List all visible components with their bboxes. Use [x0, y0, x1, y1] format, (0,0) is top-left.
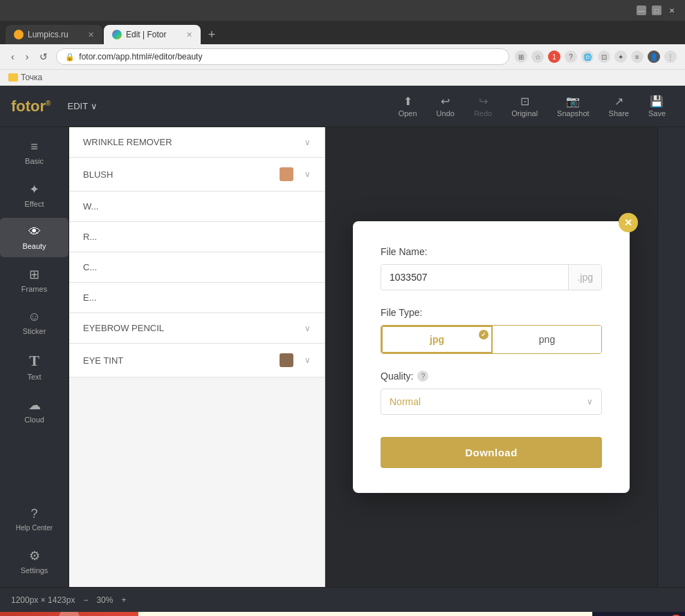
extension-icon-2[interactable]: ?: [565, 50, 577, 63]
file-name-input-row: .jpg: [381, 264, 602, 290]
sidebar-item-help[interactable]: ? Help Center: [0, 500, 68, 539]
toolbar-snapshot-label: Snapshot: [557, 109, 589, 118]
editor-panel: WRINKLE REMOVER ∨ BLUSH ∨ W... R... C...…: [69, 127, 325, 587]
toolbar-share[interactable]: ↗ Share: [601, 91, 637, 122]
tab-favicon-fotor: [112, 30, 122, 39]
edit-chevron-icon: ∨: [91, 101, 98, 111]
tab-close-lumpics[interactable]: ✕: [88, 30, 94, 39]
zoom-minus-icon[interactable]: −: [83, 595, 88, 605]
eyetint-color-swatch: [280, 353, 293, 367]
app-logo: fotor®: [11, 97, 51, 115]
panel-label-r: R...: [83, 232, 97, 242]
user-avatar[interactable]: 👤: [648, 50, 660, 63]
edit-menu[interactable]: EDIT ∨: [67, 101, 98, 111]
sidebar-item-sticker[interactable]: ☺ Sticker: [0, 303, 68, 342]
sidebar-item-cloud[interactable]: ☁ Cloud: [0, 391, 68, 431]
bookmark-folder[interactable]: Точка: [8, 73, 42, 82]
panel-item-w2[interactable]: W...: [69, 192, 325, 222]
ad-image: [0, 612, 138, 616]
sidebar-item-frames[interactable]: ⊞ Frames: [0, 260, 68, 300]
toolbar-original[interactable]: ⊡ Original: [503, 91, 546, 122]
toolbar-save[interactable]: 💾 Save: [640, 91, 674, 122]
url-text: fotor.com/app.html#/editor/beauty: [79, 52, 202, 62]
toolbar-undo-label: Undo: [437, 109, 455, 118]
quality-select[interactable]: Normal ∨: [381, 389, 602, 415]
refresh-button[interactable]: ↺: [37, 50, 51, 64]
toolbar-snapshot[interactable]: 📷 Snapshot: [549, 91, 597, 122]
panel-label-eyetint: EYE TINT: [83, 355, 123, 366]
extension-icon-1[interactable]: 1: [548, 50, 560, 63]
bottom-bar: 1200px × 1423px − 30% +: [0, 587, 685, 612]
menu-icon[interactable]: ⋮: [664, 50, 677, 63]
file-name-label: File Name:: [381, 246, 602, 257]
extension-icon-5[interactable]: ✦: [614, 50, 627, 63]
sidebar-item-settings[interactable]: ⚙ Settings: [0, 541, 68, 581]
quality-label: Quality:: [381, 371, 413, 382]
sidebar-item-effect[interactable]: ✦ Effect: [0, 175, 68, 215]
file-type-label: File Type:: [381, 307, 602, 318]
tab-bar: Lumpics.ru ✕ Edit | Fotor ✕ +: [0, 21, 685, 44]
download-button[interactable]: Download: [381, 437, 602, 468]
panel-item-eyetint[interactable]: EYE TINT ∨: [69, 344, 325, 377]
toolbar-actions: ⬆ Open ↩ Undo ↪ Redo ⊡ Original 📷 Snapsh…: [390, 91, 674, 122]
ad-content: 19 Want to find Instagram filters online…: [0, 612, 685, 616]
tab-favicon-lumpics: [14, 30, 24, 39]
minimize-button[interactable]: —: [637, 6, 646, 15]
modal-close-button[interactable]: ✕: [619, 213, 638, 232]
zoom-level: 30%: [96, 595, 113, 605]
file-name-input[interactable]: [381, 265, 568, 290]
bookmark-label: Точка: [21, 73, 42, 82]
quality-help-icon[interactable]: ?: [417, 371, 428, 382]
zoom-plus-icon[interactable]: +: [121, 595, 126, 605]
back-button[interactable]: ‹: [8, 50, 17, 64]
sidebar-label-help: Help Center: [16, 524, 53, 532]
ad-text-area: 19 Want to find Instagram filters online…: [138, 612, 592, 616]
toolbar-open[interactable]: ⬆ Open: [390, 91, 426, 122]
quality-value: Normal: [390, 396, 421, 407]
edit-label: EDIT: [67, 101, 88, 111]
jpg-check-icon: ✓: [479, 330, 488, 339]
snapshot-icon: 📷: [566, 95, 580, 108]
extension-icon-4[interactable]: ⊡: [598, 50, 610, 63]
toolbar-redo[interactable]: ↪ Redo: [466, 91, 500, 122]
panel-item-r[interactable]: R...: [69, 222, 325, 252]
file-type-png-label: png: [539, 334, 555, 345]
panel-item-blush[interactable]: BLUSH ∨: [69, 158, 325, 192]
share-icon: ↗: [614, 95, 623, 108]
panel-item-wrinkle[interactable]: WRINKLE REMOVER ∨: [69, 127, 325, 158]
modal-backdrop: ✕ File Name: .jpg File Type:: [325, 127, 657, 587]
browser-icons: ⊞ ☆ 1 ? 🌐 ⊡ ✦ ≡ 👤 ⋮: [515, 50, 677, 63]
new-tab-button[interactable]: +: [202, 25, 221, 44]
open-icon: ⬆: [403, 95, 412, 108]
sticker-icon: ☺: [28, 310, 40, 324]
extension-icon-3[interactable]: 🌐: [581, 50, 594, 63]
sidebar-item-text[interactable]: T Text: [0, 345, 68, 388]
folder-icon: [8, 73, 18, 82]
close-button[interactable]: ✕: [667, 6, 677, 15]
file-type-png-button[interactable]: png: [493, 326, 601, 353]
left-sidebar: ≡ Basic ✦ Effect 👁 Beauty ⊞ Frames ☺ Sti…: [0, 127, 69, 587]
sidebar-item-beauty[interactable]: 👁 Beauty: [0, 218, 68, 257]
panel-item-c[interactable]: C...: [69, 252, 325, 283]
logo-registered: ®: [46, 99, 51, 106]
extension-icon-6[interactable]: ≡: [631, 50, 643, 63]
basic-icon: ≡: [30, 140, 38, 154]
translate-icon[interactable]: ⊞: [515, 50, 527, 63]
download-label: Download: [465, 447, 518, 458]
file-type-jpg-label: jpg: [430, 334, 444, 345]
url-bar[interactable]: 🔒 fotor.com/app.html#/editor/beauty: [56, 48, 509, 65]
toolbar-undo[interactable]: ↩ Undo: [428, 91, 463, 122]
sidebar-item-basic[interactable]: ≡ Basic: [0, 133, 68, 172]
panel-item-e[interactable]: E...: [69, 283, 325, 313]
maximize-button[interactable]: □: [652, 6, 661, 15]
bookmark-icon[interactable]: ☆: [531, 50, 544, 63]
file-type-jpg-button[interactable]: jpg ✓: [381, 326, 493, 353]
undo-icon: ↩: [441, 95, 450, 108]
tab-lumpics[interactable]: Lumpics.ru ✕: [6, 25, 102, 44]
tab-fotor[interactable]: Edit | Fotor ✕: [104, 25, 201, 44]
original-icon: ⊡: [520, 95, 529, 108]
app-toolbar: fotor® EDIT ∨ ⬆ Open ↩ Undo ↪ Redo ⊡ Ori…: [0, 86, 685, 127]
panel-item-eyebrow[interactable]: EYEBROW PENCIL ∨: [69, 313, 325, 344]
tab-close-fotor[interactable]: ✕: [186, 30, 192, 39]
forward-button[interactable]: ›: [23, 50, 32, 64]
